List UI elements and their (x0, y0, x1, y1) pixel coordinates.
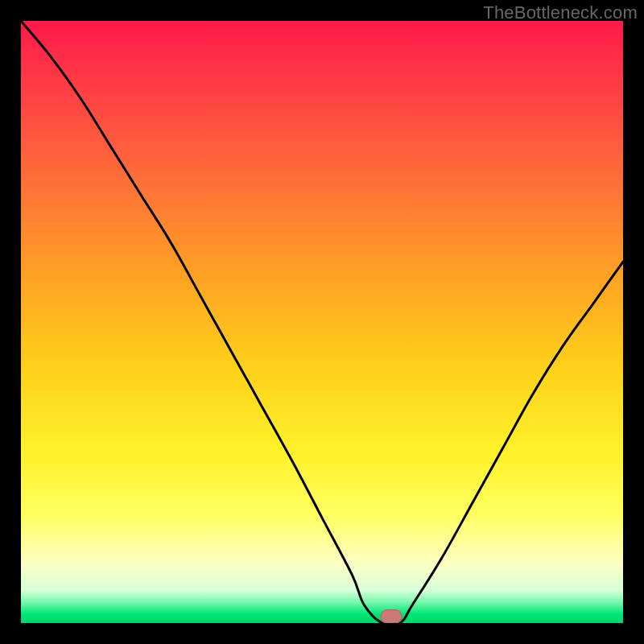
gradient-background (21, 21, 623, 623)
bottleneck-marker (381, 610, 402, 623)
watermark-text: TheBottleneck.com (483, 2, 638, 23)
bottleneck-chart (21, 21, 623, 623)
chart-container: { "watermark": "TheBottleneck.com", "col… (0, 0, 644, 644)
plot-area (21, 21, 623, 623)
